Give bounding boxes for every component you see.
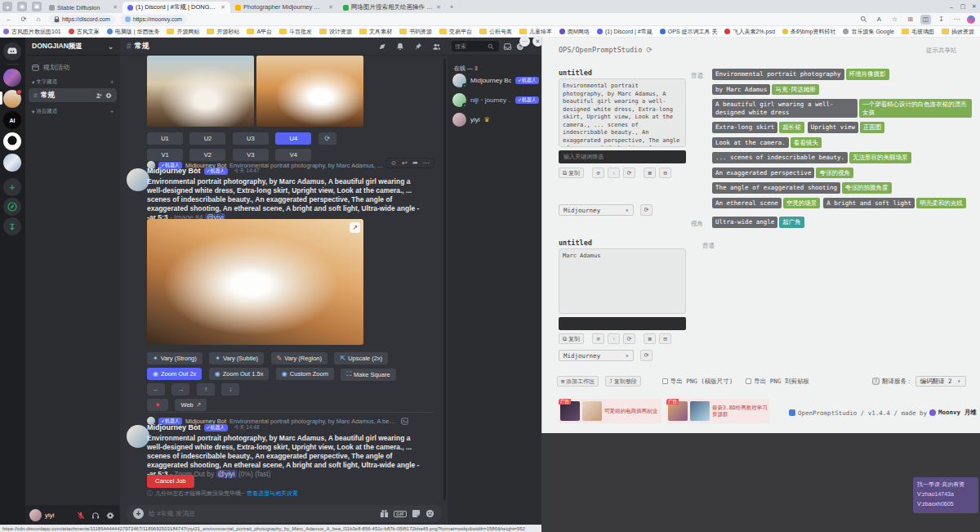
headphones-icon[interactable] (90, 510, 101, 521)
translate-service-select[interactable]: 编码翻译 2 ▾ (915, 376, 966, 387)
bookmark-item[interactable]: A平台 (247, 28, 272, 36)
bookmark-item[interactable]: 开源秒站 (207, 28, 239, 36)
address-bar-left[interactable]: https://discord.com (49, 15, 115, 25)
engine-select[interactable]: Midjourney ▾ (559, 204, 634, 216)
message-input[interactable] (149, 510, 375, 517)
copy-button[interactable]: ⧉复制 (559, 168, 584, 178)
engine-refresh-button[interactable]: ⟳ (640, 350, 653, 361)
prompt-tag[interactable]: Ultra-wide angle超广角 (712, 217, 804, 228)
vary-subtle-button[interactable]: ✦Vary (Subtle) (209, 352, 264, 364)
export-clipboard-checkbox[interactable]: 导出 PNG 到剪贴板 (746, 378, 809, 386)
close-icon[interactable]: ✕ (436, 4, 441, 11)
u4-button[interactable]: U4 (275, 132, 311, 145)
moonvy-brand[interactable]: Moonvy 月维 (938, 409, 977, 417)
u1-button[interactable]: U1 (147, 132, 183, 145)
prompt-tag[interactable]: An ethereal scene空灵的场景 (712, 198, 820, 209)
disable-button[interactable]: ⊘ (592, 333, 604, 344)
prompt1-filter-bar[interactable]: 输入关键词筛选 (559, 150, 686, 163)
prompt-tag[interactable]: by Marc Adamus马克·阿达姆斯 (712, 84, 819, 96)
clear-button[interactable]: ⊠ (644, 333, 656, 344)
move-up-button[interactable]: ↑ (608, 333, 620, 344)
category-text-channels[interactable]: ▾ 文字频道 + (27, 78, 118, 86)
bookmark-item[interactable]: 儿童绘本 (519, 28, 552, 36)
copy-button[interactable]: ⧉复制 (559, 333, 584, 344)
threads-icon[interactable] (378, 42, 386, 51)
split-screen-icon[interactable]: ◫ (920, 15, 931, 25)
server-icon-art[interactable] (3, 69, 21, 87)
heart-button[interactable]: ♥ (147, 399, 168, 411)
bookmark-item[interactable]: 文具素材 (359, 28, 392, 36)
pan-up-button[interactable]: ↑ (197, 383, 215, 396)
open-image-icon[interactable]: ↗ (350, 222, 360, 233)
server-icon-cloud[interactable] (3, 154, 21, 172)
vary-region-button[interactable]: ✎Vary (Region) (271, 352, 327, 364)
pan-down-button[interactable]: ↓ (221, 383, 239, 396)
reply-icon[interactable]: ↩ (402, 159, 408, 167)
prompt-tag[interactable]: Upright view正面图 (808, 122, 885, 133)
bookmark-item[interactable]: 古风图片数据图101 (3, 28, 61, 36)
midjourney-result-image[interactable]: ↗ (147, 219, 363, 345)
browser-profile-icon[interactable]: ● (2, 2, 12, 11)
author-name[interactable]: Midjourney Bot (147, 167, 201, 175)
category-voice-channels[interactable]: ▾ 语音频道 + (27, 108, 118, 115)
pan-right-button[interactable]: → (172, 383, 189, 396)
make-square-button[interactable]: ⛶Make Square (341, 369, 395, 381)
gif-picker-icon[interactable]: GIF (394, 511, 407, 517)
downloads-icon[interactable]: ↧ (936, 15, 947, 25)
member-row-yiyi[interactable]: yiyi ♛ (452, 113, 490, 127)
favorite-star-icon[interactable]: ☆ (889, 15, 900, 25)
move-up-button[interactable]: ↑ (608, 168, 620, 178)
refresh-tags-button[interactable]: ⟳ (623, 333, 635, 344)
close-icon[interactable]: ✕ (220, 4, 225, 11)
vary-strong-button[interactable]: ✦Vary (Strong) (147, 352, 203, 364)
prompt-tag[interactable]: Environmental portrait photography环境肖像摄影 (712, 69, 889, 80)
midjourney-grid-image-right[interactable] (256, 56, 363, 127)
engine-refresh-button[interactable]: ⟳ (640, 204, 653, 216)
discord-home-button[interactable] (3, 42, 21, 60)
prompt1-textarea[interactable]: Environmental portrait photography, by M… (559, 78, 686, 147)
member-row-midjourney-bot[interactable]: Midjourney Bot ✓机器人 (452, 74, 539, 87)
save-button[interactable]: ⊟ (659, 333, 671, 344)
notifications-bell-icon[interactable] (396, 42, 404, 51)
avatar[interactable] (127, 168, 149, 191)
prompt-tag[interactable]: The angle of exaggerated shooting夸张的拍摄角度 (712, 182, 892, 194)
search-input[interactable] (455, 43, 486, 49)
v1-button[interactable]: V1 (147, 149, 183, 161)
member-list-icon[interactable] (432, 42, 441, 51)
bookmark-item[interactable]: 条码bmp资料转社 (782, 28, 836, 36)
maximize-button[interactable]: ▢ (957, 2, 969, 11)
gift-icon[interactable] (380, 509, 389, 518)
bookmark-item[interactable]: 书码资源 (399, 28, 432, 36)
reload-icon[interactable]: ⟳ (18, 16, 29, 23)
save-button[interactable]: ⊟ (659, 168, 671, 178)
chat-scrollbar[interactable] (443, 59, 446, 500)
pinned-messages-icon[interactable] (414, 42, 422, 51)
engine-select[interactable]: Midjourney ▾ (559, 350, 634, 361)
bookmark-item[interactable]: 飞入美素2%.psd (724, 28, 774, 36)
ad-banner[interactable]: 广告 可爱姐的电商插画副业 (559, 399, 662, 423)
pan-left-button[interactable]: ← (147, 383, 165, 396)
explore-servers-button[interactable] (3, 198, 21, 216)
tab-stable-diffusion[interactable]: Stable Diffusion ✕ (44, 2, 122, 13)
new-tab-button[interactable]: + (446, 2, 457, 11)
settings-gear-icon[interactable] (105, 510, 116, 521)
address-bar-right[interactable]: https://moonvy.com (120, 15, 187, 25)
bookmark-item[interactable]: OPS 提示词工具 关 (660, 28, 718, 36)
add-workspace-button[interactable]: ⊞添加工作区 (557, 376, 599, 387)
channel-item-changgui[interactable]: # 常规 (29, 88, 117, 102)
collections-icon[interactable]: ⊞ (905, 15, 915, 25)
export-png-checkbox[interactable]: 导出 PNG (横版尺寸) (662, 378, 733, 386)
tab-image-search[interactable]: 网络图片搜索相关绘画操作 - 下载 ✕ (338, 2, 446, 13)
member-row-niji-journey[interactable]: niji・journey … ✓机器人 (452, 93, 539, 107)
bookmark-item[interactable]: 圆M网络 (559, 28, 590, 36)
upscale-2x-button[interactable]: ⇱Upscale (2x) (334, 352, 388, 364)
prompt-tag[interactable]: A bright and soft light明亮柔和的光线 (823, 198, 965, 209)
copilot-icon[interactable] (967, 16, 975, 24)
mention-pill[interactable]: @yiyi (216, 470, 237, 478)
bookmark-item[interactable]: 公积号离 (479, 28, 512, 36)
close-icon[interactable]: ✕ (113, 4, 118, 11)
copy-all-button[interactable]: ⤴复制整段 (605, 376, 641, 387)
tab-actions-icon[interactable]: ▣ (32, 2, 42, 11)
prompt-tag[interactable]: ... scenes of indescribable beauty.无法形容的… (712, 152, 911, 163)
tab-midjourney-keywords[interactable]: Photographer Midjourney 关键词分 ✕ (230, 2, 338, 13)
